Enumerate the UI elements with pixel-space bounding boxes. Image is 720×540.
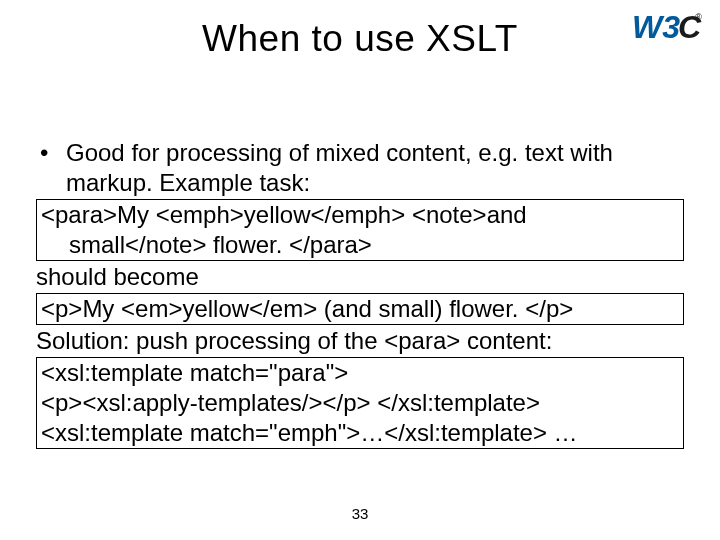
- bullet-text-line2: markup. Example task:: [36, 168, 684, 198]
- code-line: <xsl:template match="para">: [39, 358, 681, 388]
- page-number: 33: [0, 505, 720, 522]
- code-line: <p><xsl:apply-templates/></p> </xsl:temp…: [39, 388, 681, 418]
- slide: When to use XSLT W3 C ® • Good for proce…: [0, 0, 720, 540]
- registered-mark: ®: [695, 12, 702, 22]
- slide-body: • Good for processing of mixed content, …: [36, 138, 684, 450]
- code-line: <p>My <em>yellow</em> (and small) flower…: [39, 294, 681, 324]
- plain-text: Solution: push processing of the <para> …: [36, 326, 684, 356]
- bullet-marker: •: [36, 138, 66, 168]
- code-line: <para>My <emph>yellow</emph> <note>and: [39, 200, 681, 230]
- code-block-2: <p>My <em>yellow</em> (and small) flower…: [36, 293, 684, 325]
- plain-text: should become: [36, 262, 684, 292]
- slide-title: When to use XSLT: [0, 18, 720, 60]
- code-line: <xsl:template match="emph">…</xsl:templa…: [39, 418, 681, 448]
- bullet-item: • Good for processing of mixed content, …: [36, 138, 684, 168]
- code-block-1: <para>My <emph>yellow</emph> <note>and s…: [36, 199, 684, 261]
- code-line: small</note> flower. </para>: [39, 230, 681, 260]
- w3c-logo: W3 C ®: [632, 8, 706, 48]
- code-block-3: <xsl:template match="para"> <p><xsl:appl…: [36, 357, 684, 449]
- bullet-text-line1: Good for processing of mixed content, e.…: [66, 138, 684, 168]
- svg-text:W3: W3: [632, 9, 680, 45]
